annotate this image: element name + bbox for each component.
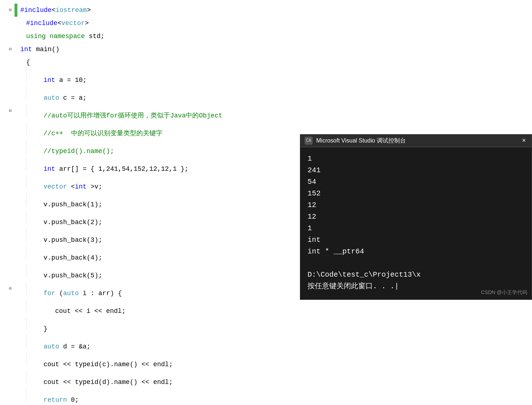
code-line-6: int a = 10; — [0, 69, 532, 87]
left-bar-empty-16 — [15, 247, 17, 264]
code-line-5: { — [0, 56, 532, 69]
terminal-output-5: 12 — [308, 199, 524, 211]
terminal-output-7: 1 — [308, 223, 524, 234]
left-bar-empty-17 — [15, 264, 17, 282]
left-bar-empty-18 — [15, 282, 17, 300]
line-content-4: int main() — [17, 43, 532, 56]
fold-icon-1[interactable]: ⊟ — [9, 4, 12, 17]
code-line-3: using namespace std; — [0, 30, 532, 43]
terminal-title-text: Microsoft Visual Studio 调试控制台 — [316, 137, 406, 145]
left-bar-empty-8 — [15, 104, 17, 122]
left-bar-empty-6 — [15, 69, 17, 87]
line-content-6: int a = 10; — [17, 69, 532, 87]
terminal-titlebar: CA Microsoft Visual Studio 调试控制台 × — [300, 135, 532, 147]
line-gutter-1: ⊟ — [0, 4, 15, 17]
line-gutter-4: ⊟ — [0, 43, 15, 56]
left-bar-empty-12 — [15, 175, 17, 193]
code-line-4: ⊟ int main() — [0, 43, 532, 56]
fold-icon-18[interactable]: ⊟ — [9, 282, 12, 295]
terminal-output-4: 152 — [308, 188, 524, 199]
code-editor: ⊟ #include<iostream> #include<vector> us… — [0, 0, 532, 405]
line-gutter-8: ⊟ — [0, 104, 15, 117]
code-line-7: auto c = a; — [0, 87, 532, 104]
code-line-1: ⊟ #include<iostream> — [0, 4, 532, 17]
code-line-22: cout << typeid(c).name() << endl; — [0, 353, 532, 371]
terminal-body: 1 241 54 152 12 12 1 int int * __ptr64 D… — [300, 147, 532, 299]
line-content-8: //auto可以用作增强for循环使用，类似于Java中的Object — [17, 104, 532, 122]
left-bar-empty-19 — [15, 300, 17, 318]
left-bar-empty-3 — [15, 30, 17, 43]
line-content-2: #include<vector> — [17, 17, 532, 30]
code-line-2: #include<vector> — [0, 17, 532, 30]
code-line-24: return 0; — [0, 389, 532, 405]
terminal-output-9: int * __ptr64 — [308, 246, 524, 257]
terminal-close-button[interactable]: × — [520, 137, 527, 144]
fold-icon-4[interactable]: ⊟ — [9, 43, 12, 56]
line-content-5: { — [17, 56, 532, 69]
left-bar-empty-22 — [15, 353, 17, 371]
terminal-output-2: 241 — [308, 165, 524, 176]
left-bar-empty-5 — [15, 56, 17, 69]
terminal-output-3: 54 — [308, 176, 524, 188]
terminal-output-path: D:\Code\test_c\Project13\x — [308, 269, 524, 281]
include-keyword-1: #include — [20, 7, 51, 14]
terminal-output-6: 12 — [308, 211, 524, 223]
line-content-3: using namespace std; — [17, 30, 532, 43]
line-content-21: auto d = &a; — [17, 335, 532, 353]
line-content-24: return 0; — [17, 389, 532, 405]
left-bar-empty-10 — [15, 140, 17, 158]
left-bar-empty-15 — [15, 229, 17, 247]
terminal-output-blank — [308, 257, 524, 269]
left-bar-empty-2 — [15, 17, 17, 30]
terminal-title-left: CA Microsoft Visual Studio 调试控制台 — [305, 137, 406, 145]
left-bar-empty-11 — [15, 158, 17, 175]
line-content-20: } — [17, 318, 532, 335]
terminal-output-8: int — [308, 234, 524, 246]
line-gutter-18: ⊟ — [0, 282, 15, 295]
code-line-19: cout << i << endl; — [0, 300, 532, 318]
line-content-1: #include<iostream> — [17, 4, 532, 17]
left-bar-empty-4 — [15, 43, 17, 56]
csdn-watermark: CSDN @小王学代码 — [481, 289, 527, 296]
terminal-app-icon: CA — [305, 137, 313, 145]
terminal-output-1: 1 — [308, 153, 524, 165]
left-bar-empty-20 — [15, 318, 17, 335]
line-content-19: cout << i << endl; — [17, 300, 532, 318]
fold-icon-8[interactable]: ⊟ — [9, 104, 12, 117]
left-bar-empty-13 — [15, 193, 17, 211]
line-content-23: cout << typeid(d).name() << endl; — [17, 371, 532, 389]
left-bar-empty-7 — [15, 87, 17, 104]
left-bar-empty-23 — [15, 371, 17, 389]
left-bar-empty-14 — [15, 211, 17, 229]
code-line-20: } — [0, 318, 532, 335]
line-content-7: auto c = a; — [17, 87, 532, 104]
code-line-8: ⊟ //auto可以用作增强for循环使用，类似于Java中的Object — [0, 104, 532, 122]
left-bar-1 — [15, 4, 17, 17]
left-bar-empty-9 — [15, 122, 17, 140]
code-line-21: auto d = &a; — [0, 335, 532, 353]
code-line-23: cout << typeid(d).name() << endl; — [0, 371, 532, 389]
line-content-22: cout << typeid(c).name() << endl; — [17, 353, 532, 371]
left-bar-empty-21 — [15, 335, 17, 353]
terminal-window: CA Microsoft Visual Studio 调试控制台 × 1 241… — [300, 134, 532, 300]
left-bar-empty-24 — [15, 389, 17, 405]
